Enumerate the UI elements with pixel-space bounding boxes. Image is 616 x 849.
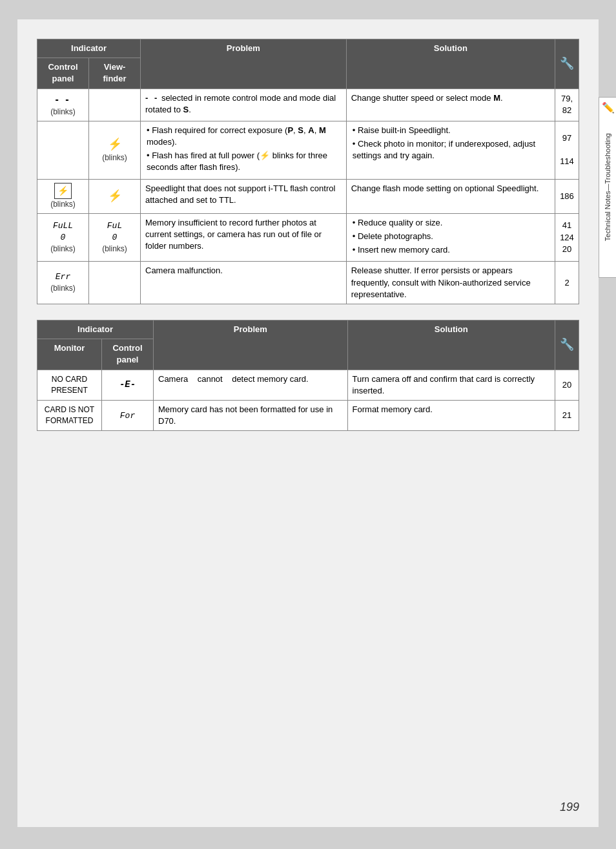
viewfinder-cell: FuL0 (blinks) [89,213,141,262]
problem-cell: Memory insufficient to record further ph… [141,213,347,262]
table-row: FuLL0 (blinks) FuL0 (blinks) Memory insu… [37,213,579,262]
control-cell: FuLL0 (blinks) [37,213,89,262]
viewfinder-header: View-finder [89,58,141,89]
problem-cell: Flash required for correct exposure (P, … [141,121,347,179]
wrench-icon-2: 🔧 [560,338,574,351]
table-row: CARD IS NOTFORMATTED For Memory card has… [37,400,579,430]
page-ref-cell: 2 [555,262,579,304]
control-cell: Err (blinks) [37,262,89,304]
viewfinder-cell: ⚡ (blinks) [89,121,141,179]
table-row: - - (blinks) - - selected in remote cont… [37,89,579,121]
control-cell-2: For [102,400,154,430]
monitor-cell: NO CARDPRESENT [37,370,102,400]
page-ref-cell-2: 20 [555,370,579,400]
problem-header-1: Problem [141,39,347,89]
page-ref-cell-2: 21 [555,400,579,430]
problem-header-2: Problem [154,320,348,370]
solution-cell: Change shutter speed or select mode M. [346,89,555,121]
solution-cell-2: Format memory card. [347,400,555,430]
control-panel-header-2: Control panel [102,339,154,370]
problem-cell-2: Camera cannot detect memory card. [154,370,348,400]
sidebar-label: Technical Notes—Troubleshooting [603,133,612,241]
viewfinder-cell [89,89,141,121]
problem-cell: - - selected in remote control mode and … [141,89,347,121]
table-row: Err (blinks) Camera malfunction. Release… [37,262,579,304]
problem-cell: Camera malfunction. [141,262,347,304]
control-cell: - - (blinks) [37,89,89,121]
control-panel-header: Control panel [37,58,89,89]
table-row: ⚡ (blinks) ⚡ Speedlight that does not su… [37,179,579,213]
page-ref-cell: 79,82 [555,89,579,121]
page-number: 199 [560,801,579,814]
table-row: ⚡ (blinks) Flash required for correct ex… [37,121,579,179]
control-cell [37,121,89,179]
problem-cell: Speedlight that does not support i-TTL f… [141,179,347,213]
solution-cell-2: Turn camera off and confirm that card is… [347,370,555,400]
solution-header-2: Solution [347,320,555,370]
control-cell: ⚡ (blinks) [37,179,89,213]
monitor-header: Monitor [37,339,102,370]
table-row: NO CARDPRESENT -E- Camera cannot detect … [37,370,579,400]
page-ref-cell: 186 [555,179,579,213]
dash-symbol: - - [42,92,84,107]
viewfinder-cell: ⚡ [89,179,141,213]
page-ref-cell: 97114 [555,121,579,179]
solution-header-1: Solution [346,39,555,89]
indicator-header-2: Indicator [37,320,154,339]
monitor-cell: CARD IS NOTFORMATTED [37,400,102,430]
sidebar-tab: ✏️ Technical Notes—Troubleshooting [599,97,616,278]
solution-cell: Raise built-in Speedlight. Check photo i… [346,121,555,179]
indicator-header-1: Indicator [37,39,141,58]
table-2: Indicator Problem Solution 🔧 Monitor Con… [37,320,579,431]
solution-cell: Release shutter. If error persists or ap… [346,262,555,304]
page: ✏️ Technical Notes—Troubleshooting Indic… [17,19,599,827]
page-header-2: 🔧 [555,320,579,370]
wrench-icon: 🔧 [560,57,574,70]
page-ref-cell: 4112420 [555,213,579,262]
pencil-icon: ✏️ [602,101,615,114]
solution-cell: Change flash mode setting on optional Sp… [346,179,555,213]
problem-cell-2: Memory card has not been formatted for u… [154,400,348,430]
control-cell-2: -E- [102,370,154,400]
solution-cell: Reduce quality or size. Delete photograp… [346,213,555,262]
page-header-1: 🔧 [555,39,579,89]
table-1: Indicator Problem Solution 🔧 Control pan… [37,39,579,304]
viewfinder-cell [89,262,141,304]
